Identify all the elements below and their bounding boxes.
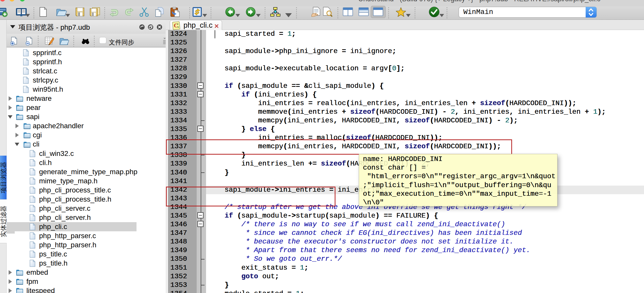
svg-text:+: +	[177, 25, 179, 29]
